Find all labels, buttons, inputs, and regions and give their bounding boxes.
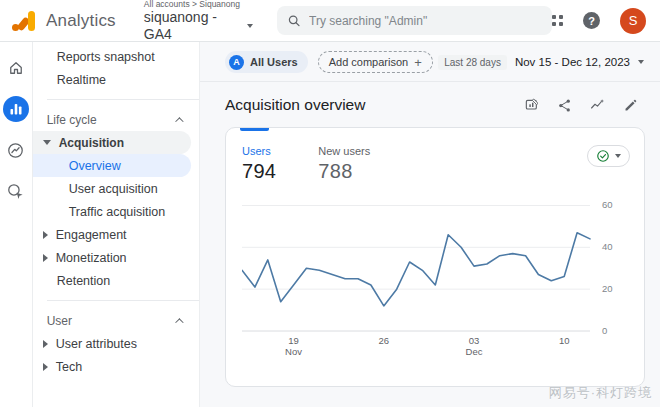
- date-preset-badge: Last 28 days: [438, 55, 507, 70]
- plus-icon: +: [414, 55, 422, 70]
- data-quality-button[interactable]: [587, 145, 630, 167]
- metric-new-users[interactable]: New users 788: [318, 145, 370, 183]
- watermark: 网易号·科灯跨境: [549, 384, 652, 402]
- sidebar-item-overview[interactable]: Overview: [33, 154, 191, 177]
- metric-users[interactable]: Users 794: [242, 145, 276, 183]
- add-comparison-button[interactable]: Add comparison +: [318, 51, 433, 73]
- sidebar-item-tech[interactable]: Tech: [33, 355, 199, 378]
- audience-badge: A: [229, 55, 244, 70]
- chart-area: 020406019Nov2603Dec10: [226, 189, 644, 363]
- page-title: Acquisition overview: [225, 96, 365, 114]
- chevron-down-icon: [638, 60, 644, 64]
- apps-grid-icon[interactable]: [552, 15, 563, 26]
- chevron-down-icon: [615, 154, 621, 158]
- account-switcher[interactable]: All accounts > Siquanong siquanong - GA4: [144, 0, 253, 42]
- section-label: Life cycle: [47, 113, 97, 127]
- search-input[interactable]: [309, 14, 542, 28]
- report-nav: Reports snapshot Realtime Life cycle Acq…: [33, 42, 200, 407]
- section-label: User: [47, 314, 72, 328]
- svg-text:Nov: Nov: [285, 346, 302, 357]
- users-line-chart[interactable]: 020406019Nov2603Dec10: [242, 195, 630, 359]
- sidebar-item-label: Overview: [69, 159, 121, 173]
- explore-icon[interactable]: [3, 137, 29, 163]
- users-overview-card: Users 794 New users 788 020406019Nov2603…: [225, 127, 645, 387]
- sidebar-item-label: Traffic acquisition: [69, 205, 166, 219]
- sidebar-item-label: Acquisition: [59, 136, 124, 150]
- svg-text:Dec: Dec: [466, 346, 483, 357]
- search-bar[interactable]: [277, 6, 552, 35]
- svg-text:10: 10: [559, 335, 570, 346]
- svg-text:20: 20: [602, 283, 613, 294]
- property-name: siquanong - GA4: [144, 9, 242, 43]
- sidebar-item-label: User attributes: [56, 337, 137, 351]
- caret-right-icon: [43, 363, 48, 371]
- product-name: Analytics: [46, 11, 116, 31]
- svg-text:40: 40: [602, 241, 613, 252]
- svg-text:19: 19: [288, 335, 299, 346]
- sidebar-section-life-cycle[interactable]: Life cycle: [33, 108, 199, 131]
- sidebar-item-retention[interactable]: Retention: [33, 269, 199, 292]
- svg-text:60: 60: [602, 199, 613, 210]
- edit-icon[interactable]: [623, 98, 638, 113]
- sidebar-item-user-acquisition[interactable]: User acquisition: [33, 177, 199, 200]
- date-range-label: Nov 15 - Dec 12, 2023: [515, 56, 630, 68]
- date-range-picker[interactable]: Last 28 days Nov 15 - Dec 12, 2023: [438, 55, 644, 70]
- audience-chip-all-users[interactable]: A All Users: [225, 51, 308, 73]
- svg-text:26: 26: [378, 335, 389, 346]
- sidebar-item-label: Monetization: [56, 251, 127, 265]
- sidebar-section-user[interactable]: User: [33, 309, 199, 332]
- report-controls: A All Users Add comparison + Last 28 day…: [200, 42, 660, 82]
- avatar[interactable]: S: [620, 8, 646, 34]
- sidebar-item-user-attributes[interactable]: User attributes: [33, 332, 199, 355]
- reports-icon[interactable]: [3, 96, 29, 122]
- metric-header: Users 794 New users 788: [226, 128, 644, 189]
- share-icon[interactable]: [557, 98, 572, 113]
- insights-icon[interactable]: [589, 98, 606, 113]
- sidebar-item-label: User acquisition: [69, 182, 158, 196]
- metric-label: New users: [318, 145, 370, 157]
- caret-right-icon: [43, 254, 48, 262]
- divider: [47, 300, 199, 301]
- main-content: A All Users Add comparison + Last 28 day…: [200, 42, 660, 407]
- sidebar-item-traffic-acquisition[interactable]: Traffic acquisition: [33, 200, 199, 223]
- page-header: Acquisition overview: [200, 82, 660, 127]
- svg-text:03: 03: [469, 335, 480, 346]
- sidebar-item-label: Tech: [56, 360, 82, 374]
- app-bar: Analytics All accounts > Siquanong siqua…: [0, 0, 660, 42]
- sidebar-item-monetization[interactable]: Monetization: [33, 246, 199, 269]
- metric-value: 794: [242, 160, 276, 183]
- sidebar-item-reports-snapshot[interactable]: Reports snapshot: [33, 45, 199, 68]
- divider: [47, 99, 199, 100]
- sidebar-item-acquisition[interactable]: Acquisition: [33, 131, 191, 154]
- sidebar-item-label: Realtime: [57, 73, 106, 87]
- svg-text:0: 0: [602, 325, 607, 336]
- chevron-up-icon: [175, 318, 183, 326]
- chevron-down-icon: [247, 24, 253, 28]
- sidebar-item-label: Retention: [57, 274, 111, 288]
- customize-report-icon[interactable]: [524, 97, 540, 113]
- caret-right-icon: [43, 231, 48, 239]
- metric-value: 788: [318, 160, 370, 183]
- google-analytics-logo: [12, 10, 36, 32]
- search-icon: [287, 13, 301, 28]
- sidebar-item-label: Reports snapshot: [57, 50, 155, 64]
- caret-right-icon: [43, 340, 48, 348]
- check-circle-icon: [596, 149, 610, 163]
- chevron-up-icon: [175, 117, 183, 125]
- sidebar-item-label: Engagement: [56, 228, 127, 242]
- advertising-icon[interactable]: [3, 178, 29, 204]
- metric-label: Users: [242, 145, 276, 157]
- icon-rail: [0, 42, 33, 407]
- sidebar-item-engagement[interactable]: Engagement: [33, 223, 199, 246]
- sidebar-item-realtime[interactable]: Realtime: [33, 68, 199, 91]
- active-tab-indicator[interactable]: [240, 128, 269, 131]
- account-breadcrumb: All accounts > Siquanong: [144, 0, 253, 9]
- caret-down-icon: [43, 140, 51, 145]
- add-comparison-label: Add comparison: [329, 56, 409, 68]
- audience-chip-label: All Users: [250, 56, 298, 68]
- home-icon[interactable]: [3, 55, 29, 81]
- help-icon[interactable]: ?: [583, 12, 600, 29]
